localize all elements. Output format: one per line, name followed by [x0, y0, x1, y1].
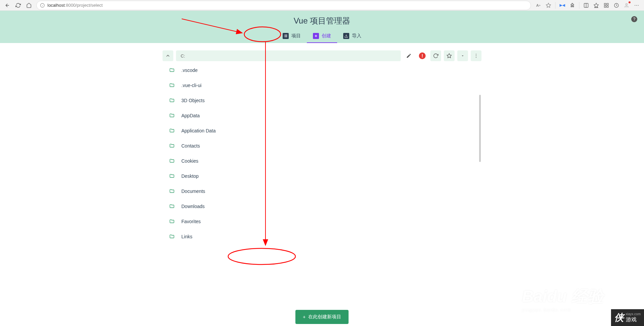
- refresh-folder-button[interactable]: [430, 50, 441, 61]
- more-button[interactable]: [632, 1, 641, 10]
- svg-rect-19: [284, 36, 285, 36]
- scrollbar[interactable]: [479, 95, 481, 162]
- path-toolbar: C: !: [163, 50, 481, 61]
- edit-path-button[interactable]: [403, 50, 414, 61]
- back-button[interactable]: [3, 1, 12, 10]
- folder-row[interactable]: Local Settings: [163, 244, 481, 246]
- folder-row[interactable]: Contacts: [163, 138, 481, 153]
- folder-row[interactable]: Application Data: [163, 123, 481, 138]
- svg-point-28: [476, 55, 476, 56]
- svg-rect-21: [284, 37, 285, 37]
- svg-rect-10: [607, 6, 608, 7]
- folder-name: Cookies: [181, 158, 199, 164]
- svg-point-27: [476, 54, 476, 54]
- svg-marker-6: [594, 3, 598, 7]
- chrome-right-actions: A» ▶◀: [534, 1, 641, 10]
- svg-rect-11: [604, 6, 606, 7]
- url-text: localhost:8000/project/select: [47, 3, 103, 8]
- folder-name: .vscode: [181, 68, 198, 73]
- folder-name: Contacts: [181, 143, 200, 149]
- folder-area: .vscode.vue-cli-ui3D ObjectsAppDataAppli…: [163, 61, 481, 246]
- favorite-folder-button[interactable]: [444, 50, 455, 61]
- tab-projects[interactable]: 项目: [277, 30, 307, 43]
- split-button[interactable]: [581, 1, 591, 10]
- folder-row[interactable]: Favorites: [163, 214, 481, 229]
- svg-point-16: [638, 5, 639, 6]
- folder-name: Desktop: [181, 173, 199, 179]
- alert-icon[interactable]: !: [419, 52, 426, 59]
- parent-folder-button[interactable]: [163, 50, 173, 61]
- favorites-dropdown-button[interactable]: [457, 50, 468, 61]
- tab-label: 项目: [291, 33, 301, 39]
- folder-name: .vue-cli-ui: [181, 83, 202, 88]
- tab-create[interactable]: 创建: [307, 30, 337, 43]
- favorites-button[interactable]: [592, 1, 601, 10]
- path-value: C:: [181, 53, 185, 58]
- read-aloud-button[interactable]: A»: [534, 1, 543, 10]
- list-icon: [283, 33, 289, 39]
- folder-row[interactable]: Downloads: [163, 199, 481, 214]
- svg-point-13: [625, 3, 628, 5]
- folder-name: AppData: [181, 113, 200, 118]
- tab-import[interactable]: 导入: [337, 30, 367, 43]
- svg-rect-22: [285, 37, 287, 37]
- folder-row[interactable]: .vue-cli-ui: [163, 78, 481, 93]
- folder-name: Favorites: [181, 219, 201, 224]
- more-options-button[interactable]: [471, 50, 481, 61]
- folder-name: Application Data: [181, 128, 216, 133]
- collections-button[interactable]: [602, 1, 611, 10]
- path-actions: !: [403, 50, 481, 61]
- folder-name: 3D Objects: [181, 98, 205, 103]
- folder-row[interactable]: Cookies: [163, 153, 481, 168]
- tab-actions-button[interactable]: ▶◀: [558, 1, 567, 10]
- folder-row[interactable]: AppData: [163, 108, 481, 123]
- folder-list: .vscode.vue-cli-ui3D ObjectsAppDataAppli…: [163, 61, 481, 246]
- folder-name: Links: [181, 234, 192, 239]
- info-icon: [40, 3, 45, 8]
- svg-marker-3: [546, 3, 550, 7]
- star-button[interactable]: [544, 1, 553, 10]
- svg-rect-18: [285, 35, 287, 35]
- folder-row[interactable]: Desktop: [163, 168, 481, 184]
- svg-point-15: [636, 5, 637, 6]
- performance-button[interactable]: [612, 1, 621, 10]
- vue-tabs: 项目 创建 导入: [0, 30, 644, 43]
- svg-point-14: [635, 5, 635, 6]
- folder-row[interactable]: 3D Objects: [163, 93, 481, 108]
- add-box-icon: [313, 33, 319, 39]
- page-title: Vue 项目管理器: [0, 15, 644, 26]
- path-input[interactable]: C:: [176, 50, 401, 61]
- folder-row[interactable]: Documents: [163, 184, 481, 199]
- vue-header: Vue 项目管理器 项目 创建 导入 ?: [0, 11, 644, 43]
- home-button[interactable]: [24, 1, 34, 10]
- browser-chrome: localhost:8000/project/select A» ▶◀: [0, 0, 644, 11]
- svg-rect-20: [285, 36, 287, 36]
- folder-name: Downloads: [181, 204, 205, 209]
- tab-label: 导入: [352, 33, 361, 39]
- refresh-button[interactable]: [13, 1, 23, 10]
- extensions-button[interactable]: [568, 1, 577, 10]
- svg-rect-17: [284, 35, 285, 35]
- svg-point-29: [476, 57, 476, 58]
- url-bar[interactable]: localhost:8000/project/select: [36, 1, 531, 10]
- svg-marker-25: [447, 53, 451, 58]
- help-button[interactable]: ?: [631, 16, 637, 22]
- folder-name: Documents: [181, 189, 205, 194]
- tab-label: 创建: [322, 33, 331, 39]
- folder-row[interactable]: Links: [163, 229, 481, 244]
- folder-row[interactable]: .vscode: [163, 63, 481, 78]
- profile-button[interactable]: [622, 1, 631, 10]
- svg-rect-9: [607, 3, 608, 5]
- svg-rect-8: [604, 3, 606, 5]
- svg-marker-26: [462, 55, 464, 56]
- import-icon: [343, 33, 349, 39]
